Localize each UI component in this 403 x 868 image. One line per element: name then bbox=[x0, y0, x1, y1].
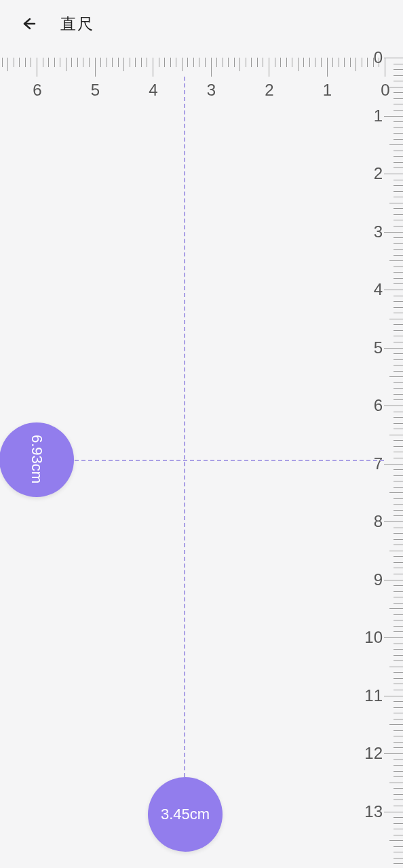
h-tick bbox=[286, 58, 287, 67]
h-tick bbox=[164, 58, 165, 67]
v-tick bbox=[394, 776, 403, 777]
v-label: 12 bbox=[364, 744, 383, 763]
v-tick bbox=[394, 852, 403, 852]
v-tick bbox=[394, 690, 403, 690]
h-label: 1 bbox=[323, 81, 332, 100]
h-tick bbox=[257, 58, 258, 67]
v-tick bbox=[394, 760, 403, 760]
h-tick bbox=[187, 58, 188, 67]
v-tick bbox=[394, 452, 403, 452]
h-label: 4 bbox=[149, 81, 157, 100]
guide-line-vertical[interactable] bbox=[184, 77, 185, 777]
h-tick bbox=[95, 58, 96, 77]
v-tick bbox=[394, 412, 403, 412]
h-tick bbox=[298, 58, 299, 71]
v-tick bbox=[389, 724, 403, 725]
horizontal-measure-marker[interactable]: 6.93cm bbox=[0, 422, 74, 497]
v-tick bbox=[394, 858, 403, 859]
v-tick bbox=[394, 156, 403, 157]
v-tick bbox=[394, 301, 403, 302]
h-label: 6 bbox=[33, 81, 41, 100]
v-tick bbox=[384, 174, 403, 174]
v-label: 1 bbox=[374, 106, 383, 125]
h-tick bbox=[199, 58, 199, 67]
h-tick bbox=[7, 58, 8, 71]
v-tick bbox=[394, 835, 403, 835]
v-tick bbox=[394, 672, 403, 673]
v-label: 6 bbox=[374, 396, 383, 415]
v-tick bbox=[394, 533, 403, 534]
h-tick bbox=[344, 58, 345, 67]
v-tick bbox=[394, 863, 403, 864]
h-tick bbox=[83, 58, 83, 67]
v-tick bbox=[394, 283, 403, 284]
v-tick bbox=[394, 197, 403, 197]
h-tick bbox=[228, 58, 229, 67]
vertical-measure-marker[interactable]: 3.45cm bbox=[148, 777, 223, 852]
v-tick bbox=[394, 255, 403, 256]
v-tick bbox=[394, 742, 403, 743]
h-tick bbox=[332, 58, 333, 67]
v-tick bbox=[394, 139, 403, 140]
h-tick bbox=[77, 58, 78, 67]
v-tick bbox=[389, 840, 403, 841]
v-tick bbox=[394, 649, 403, 650]
v-tick bbox=[394, 475, 403, 476]
v-tick bbox=[394, 133, 403, 134]
v-label: 11 bbox=[364, 686, 383, 705]
v-tick bbox=[394, 399, 403, 400]
v-tick bbox=[394, 429, 403, 429]
v-tick bbox=[394, 747, 403, 748]
v-tick bbox=[384, 637, 403, 638]
ruler-vertical: 012345678910111213 bbox=[366, 58, 403, 868]
h-tick bbox=[321, 58, 322, 67]
h-tick bbox=[118, 58, 119, 67]
v-tick bbox=[389, 260, 403, 261]
v-label: 10 bbox=[364, 628, 383, 647]
vertical-measure-label: 3.45cm bbox=[161, 806, 210, 823]
v-tick bbox=[384, 696, 403, 696]
header: 直尺 bbox=[0, 0, 403, 47]
v-label: 3 bbox=[374, 222, 383, 241]
h-tick bbox=[2, 58, 3, 67]
v-tick bbox=[394, 487, 403, 488]
v-tick bbox=[394, 394, 403, 395]
ruler-horizontal: 0123456 bbox=[0, 58, 403, 95]
v-tick bbox=[394, 562, 403, 563]
h-tick bbox=[246, 58, 246, 67]
v-tick bbox=[394, 823, 403, 824]
h-tick bbox=[37, 58, 37, 77]
v-label: 2 bbox=[374, 164, 383, 183]
v-tick bbox=[394, 110, 403, 111]
h-tick bbox=[54, 58, 55, 67]
h-tick bbox=[130, 58, 130, 67]
v-tick bbox=[394, 806, 403, 806]
v-tick bbox=[389, 87, 403, 87]
v-tick bbox=[394, 214, 403, 215]
v-label: 5 bbox=[374, 338, 383, 357]
v-tick bbox=[394, 684, 403, 684]
v-tick bbox=[384, 521, 403, 522]
h-tick bbox=[182, 58, 183, 71]
h-tick bbox=[350, 58, 351, 67]
h-tick bbox=[48, 58, 49, 67]
v-tick bbox=[394, 736, 403, 736]
v-tick bbox=[394, 701, 403, 702]
h-tick bbox=[216, 58, 217, 67]
v-label: 7 bbox=[374, 454, 383, 473]
v-tick bbox=[394, 324, 403, 325]
horizontal-measure-label: 6.93cm bbox=[28, 435, 45, 484]
h-tick bbox=[123, 58, 124, 71]
h-tick bbox=[147, 58, 147, 67]
v-tick bbox=[394, 75, 403, 76]
v-tick bbox=[389, 492, 403, 493]
h-tick bbox=[339, 58, 339, 67]
v-tick bbox=[394, 771, 403, 772]
v-tick bbox=[394, 707, 403, 708]
v-tick bbox=[394, 614, 403, 615]
back-icon[interactable] bbox=[20, 16, 37, 32]
v-tick bbox=[394, 226, 403, 226]
v-tick bbox=[394, 151, 403, 151]
v-tick bbox=[394, 800, 403, 800]
v-tick bbox=[394, 631, 403, 632]
